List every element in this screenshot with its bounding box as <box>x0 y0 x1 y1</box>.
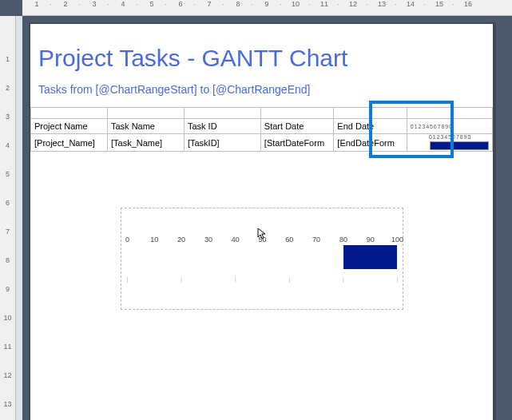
tablix-data-row[interactable]: [Project_Name] [Task_Name] [TaskID] [Sta… <box>31 134 493 152</box>
mini-gantt-bar <box>430 141 489 150</box>
tablix[interactable]: ≡ Project Name Task Name Task ID Start D… <box>30 107 493 152</box>
col-chart-axis[interactable]: 0 1 2 3 4 5 6 7 8 9 0 <box>407 119 492 134</box>
ruler-vertical: 12345678910111213 <box>0 16 16 420</box>
page-subtitle[interactable]: Tasks from [@ChartRangeStart] to [@Chart… <box>38 83 485 96</box>
cell-start[interactable]: [StartDateForm <box>260 134 333 152</box>
mini-axis-label: 0 1 2 3 4 5 6 7 8 9 0 <box>407 134 492 141</box>
tablix-grid[interactable]: Project Name Task Name Task ID Start Dat… <box>30 107 493 152</box>
cell-project[interactable]: [Project_Name] <box>31 134 108 152</box>
design-surface[interactable]: Project Tasks - GANTT Chart Tasks from [… <box>30 24 493 420</box>
col-end[interactable]: End Date <box>334 119 407 134</box>
gutter <box>16 16 22 420</box>
cell-taskid[interactable]: [TaskID] <box>184 134 260 152</box>
col-project[interactable]: Project Name <box>31 119 108 134</box>
col-start[interactable]: Start Date <box>260 119 333 134</box>
cell-end[interactable]: [EndDateForm <box>334 134 407 152</box>
gantt-chart-region[interactable]: 0102030405060708090100 |||||| <box>121 208 403 310</box>
col-taskid[interactable]: Task ID <box>184 119 260 134</box>
cell-chart[interactable]: 0 1 2 3 4 5 6 7 8 9 0 <box>407 134 492 152</box>
gantt-bar[interactable] <box>343 245 398 269</box>
cell-task[interactable]: [Task_Name] <box>107 134 184 152</box>
ruler-horizontal: 12345678910111213141516 <box>22 0 512 16</box>
tablix-header-blank[interactable] <box>31 108 493 119</box>
col-task[interactable]: Task Name <box>107 119 184 134</box>
page-title[interactable]: Project Tasks - GANTT Chart <box>38 45 485 72</box>
tablix-header-row[interactable]: Project Name Task Name Task ID Start Dat… <box>31 119 493 134</box>
